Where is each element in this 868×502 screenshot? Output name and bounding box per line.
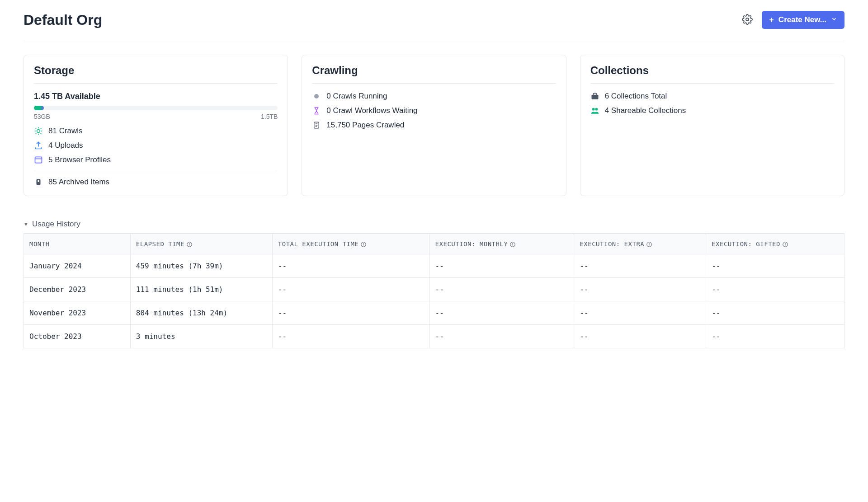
- crawling-card: Crawling 0 Crawls Running 0 Crawl Workfl…: [302, 55, 566, 196]
- cell-month: October 2023: [24, 325, 131, 348]
- table-row: January 2024459 minutes (7h 39m)--------: [24, 254, 844, 278]
- svg-point-27: [785, 243, 786, 244]
- storage-archived-text: 85 Archived Items: [48, 178, 109, 187]
- cell-extra: --: [574, 325, 706, 348]
- cell-month: November 2023: [24, 301, 131, 325]
- cell-elapsed: 804 minutes (13h 24m): [130, 301, 272, 325]
- crawling-waiting-text: 0 Crawl Workflows Waiting: [326, 106, 417, 115]
- cell-month: January 2024: [24, 254, 131, 278]
- status-dot-icon: [312, 92, 321, 101]
- info-icon[interactable]: [782, 241, 788, 248]
- svg-rect-2: [35, 157, 42, 163]
- archive-icon: [34, 178, 43, 187]
- cell-extra: --: [574, 301, 706, 325]
- cell-elapsed: 3 minutes: [130, 325, 272, 348]
- col-elapsed: ELAPSED TIME: [130, 234, 272, 254]
- storage-crawls-text: 81 Crawls: [48, 127, 83, 136]
- cell-gifted: --: [706, 325, 844, 348]
- crawl-icon: [34, 127, 43, 136]
- briefcase-icon: [590, 92, 599, 101]
- storage-uploads-line[interactable]: 4 Uploads: [34, 141, 278, 150]
- cell-extra: --: [574, 278, 706, 301]
- svg-point-0: [746, 18, 749, 21]
- divider: [34, 171, 278, 171]
- page-title: Default Org: [24, 12, 102, 28]
- col-exec-monthly: EXECUTION: MONTHLY: [429, 234, 574, 254]
- svg-point-12: [595, 108, 598, 111]
- triangle-down-icon: ▼: [24, 221, 28, 227]
- crawling-waiting-line[interactable]: 0 Crawl Workflows Waiting: [312, 106, 556, 115]
- storage-archived-line[interactable]: 85 Archived Items: [34, 178, 278, 187]
- storage-progress-fill: [34, 106, 44, 110]
- table-row: November 2023804 minutes (13h 24m)------…: [24, 301, 844, 325]
- cell-total: --: [272, 254, 429, 278]
- page-icon: [312, 121, 321, 130]
- cell-extra: --: [574, 254, 706, 278]
- storage-used-label: 53GB: [34, 113, 50, 120]
- usage-history-table: MONTH ELAPSED TIME TOTAL EXECUTION TIME …: [24, 234, 844, 348]
- svg-point-21: [513, 243, 513, 244]
- svg-rect-10: [591, 95, 598, 99]
- cell-month: December 2023: [24, 278, 131, 301]
- cell-gifted: --: [706, 301, 844, 325]
- cell-monthly: --: [429, 254, 574, 278]
- storage-profiles-line[interactable]: 5 Browser Profiles: [34, 155, 278, 164]
- create-new-label: Create New...: [778, 15, 826, 24]
- usage-history-toggle[interactable]: ▼ Usage History: [24, 220, 844, 234]
- col-total-exec: TOTAL EXECUTION TIME: [272, 234, 429, 254]
- crawling-running-line[interactable]: 0 Crawls Running: [312, 92, 556, 101]
- collections-card: Collections 6 Collections Total 4 Sharea…: [580, 55, 844, 196]
- settings-button[interactable]: [740, 12, 755, 28]
- crawling-title: Crawling: [312, 64, 556, 84]
- storage-card: Storage 1.45 TB Available 53GB 1.5TB 81 …: [24, 55, 288, 196]
- users-icon: [590, 106, 599, 115]
- cell-gifted: --: [706, 278, 844, 301]
- table-row: December 2023111 minutes (1h 51m)-------…: [24, 278, 844, 301]
- collections-total-text: 6 Collections Total: [605, 92, 667, 101]
- collections-total-line[interactable]: 6 Collections Total: [590, 92, 834, 101]
- svg-point-1: [37, 130, 40, 133]
- info-icon[interactable]: [509, 241, 516, 248]
- storage-profiles-text: 5 Browser Profiles: [48, 155, 111, 164]
- svg-point-11: [592, 108, 594, 111]
- info-icon[interactable]: [646, 241, 652, 248]
- storage-crawls-line[interactable]: 81 Crawls: [34, 127, 278, 136]
- crawling-pages-line[interactable]: 15,750 Pages Crawled: [312, 121, 556, 130]
- cell-elapsed: 459 minutes (7h 39m): [130, 254, 272, 278]
- cell-elapsed: 111 minutes (1h 51m): [130, 278, 272, 301]
- storage-uploads-text: 4 Uploads: [48, 141, 83, 150]
- gear-icon: [742, 14, 753, 26]
- svg-point-24: [649, 243, 650, 244]
- chevron-down-icon: [831, 15, 837, 24]
- usage-history-title: Usage History: [32, 220, 80, 229]
- storage-title: Storage: [34, 64, 278, 84]
- col-exec-gifted: EXECUTION: GIFTED: [706, 234, 844, 254]
- upload-icon: [34, 141, 43, 150]
- storage-total-label: 1.5TB: [261, 113, 278, 120]
- crawling-pages-text: 15,750 Pages Crawled: [326, 121, 404, 130]
- cell-monthly: --: [429, 301, 574, 325]
- info-icon[interactable]: [186, 241, 193, 248]
- collections-shareable-text: 4 Shareable Collections: [605, 106, 686, 115]
- cell-monthly: --: [429, 278, 574, 301]
- cell-total: --: [272, 278, 429, 301]
- cell-monthly: --: [429, 325, 574, 348]
- svg-point-18: [363, 243, 364, 244]
- hourglass-icon: [312, 106, 321, 115]
- cell-total: --: [272, 325, 429, 348]
- crawling-running-text: 0 Crawls Running: [326, 92, 387, 101]
- collections-title: Collections: [590, 64, 834, 84]
- create-new-button[interactable]: + Create New...: [762, 11, 844, 29]
- storage-available: 1.45 TB Available: [34, 92, 278, 101]
- browser-icon: [34, 155, 43, 164]
- col-exec-extra: EXECUTION: EXTRA: [574, 234, 706, 254]
- cell-gifted: --: [706, 254, 844, 278]
- storage-progress: [34, 106, 278, 110]
- table-row: October 20233 minutes--------: [24, 325, 844, 348]
- col-month: MONTH: [24, 234, 131, 254]
- cell-total: --: [272, 301, 429, 325]
- collections-shareable-line[interactable]: 4 Shareable Collections: [590, 106, 834, 115]
- svg-rect-5: [38, 180, 39, 183]
- plus-icon: +: [769, 16, 774, 24]
- info-icon[interactable]: [360, 241, 367, 248]
